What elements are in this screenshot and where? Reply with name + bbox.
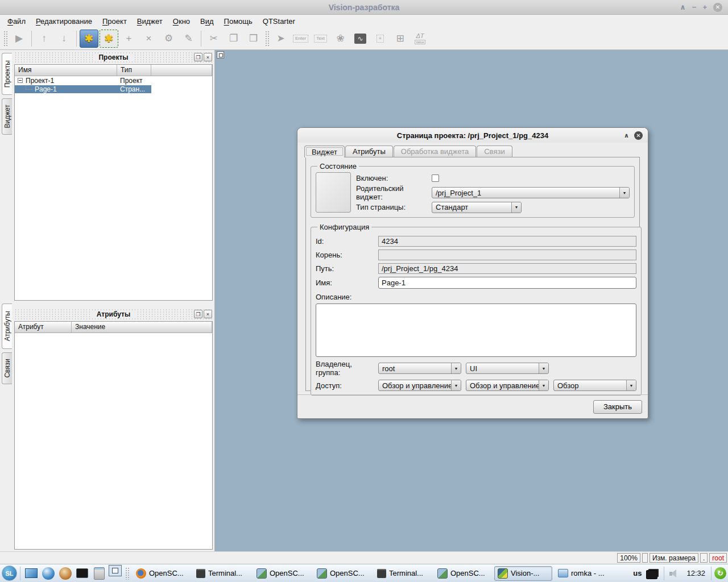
attributes-column-value[interactable]: Значение bbox=[72, 322, 212, 332]
owner-combobox[interactable]: root ▼ bbox=[378, 363, 461, 374]
run-project-icon[interactable]: ▶ bbox=[10, 30, 28, 48]
statusbar: 100% Изм. размера . root bbox=[0, 551, 728, 564]
maximize-window-icon[interactable]: + bbox=[702, 3, 707, 11]
dock-tab-projects[interactable]: Проекты bbox=[2, 53, 12, 95]
terminal-launcher-launcher[interactable] bbox=[75, 566, 90, 581]
clock[interactable]: 12:32 bbox=[686, 569, 705, 577]
document-elements-icon[interactable]: ⊞ bbox=[391, 30, 410, 48]
new-widget-library-icon[interactable]: ✱ bbox=[100, 30, 118, 48]
cursor-tool-icon[interactable]: ➤ bbox=[271, 30, 290, 48]
show-desktop-launcher[interactable] bbox=[23, 566, 39, 581]
description-label: Описание: bbox=[316, 293, 636, 301]
taskbar-task[interactable]: Terminal... bbox=[193, 566, 251, 581]
form-elements-icon[interactable]: Enter bbox=[291, 30, 310, 48]
enabled-checkbox[interactable] bbox=[432, 174, 439, 182]
logout-icon[interactable]: ↻ bbox=[714, 567, 726, 579]
attributes-panel-titlebar[interactable]: Атрибуты ❐ × bbox=[14, 309, 213, 319]
menu-file[interactable]: Файл bbox=[2, 16, 31, 27]
group-combobox[interactable]: UI ▼ bbox=[466, 363, 549, 374]
window-titlebar[interactable]: Vision-разработка ∧ − + ✕ bbox=[0, 0, 728, 15]
diagram-elements-icon[interactable]: ∿ bbox=[351, 30, 370, 48]
dock-splitter[interactable] bbox=[13, 302, 214, 307]
projects-panel-titlebar[interactable]: Проекты ❐ × bbox=[14, 52, 213, 63]
attributes-column-attribute[interactable]: Атрибут bbox=[15, 322, 72, 332]
minimize-window-icon[interactable]: − bbox=[692, 3, 697, 11]
mail-client-launcher[interactable] bbox=[57, 566, 73, 581]
dock-tab-attributes[interactable]: Атрибуты bbox=[2, 304, 12, 349]
attributes-panel: Атрибуты ❐ × Атрибут Значение bbox=[13, 307, 214, 551]
tree-row[interactable]: Page-1Стран... bbox=[15, 85, 212, 93]
menu-project[interactable]: Проект bbox=[97, 16, 132, 27]
edit-widget-icon[interactable]: ✎ bbox=[179, 30, 198, 48]
taskbar-task[interactable]: Terminal... bbox=[374, 566, 432, 581]
access-other-combobox[interactable]: Обзор ▼ bbox=[553, 380, 636, 391]
keyboard-layout-indicator[interactable]: us bbox=[633, 569, 642, 577]
taskbar-task[interactable]: Vision-... bbox=[494, 566, 552, 581]
parent-widget-combobox[interactable]: /prj_Project_1 ▼ bbox=[432, 187, 630, 198]
volume-icon[interactable] bbox=[669, 569, 680, 578]
root-field[interactable] bbox=[378, 250, 636, 260]
page-properties-dialog: Страница проекта: /prj_Project_1/pg_4234… bbox=[297, 127, 648, 419]
start-menu-button[interactable]: SL bbox=[2, 566, 17, 581]
close-button[interactable]: Закрыть bbox=[593, 400, 642, 414]
close-panel-icon[interactable]: × bbox=[204, 310, 212, 318]
web-browser-launcher[interactable] bbox=[40, 566, 56, 581]
cut-icon[interactable]: ✂ bbox=[204, 30, 223, 48]
close-panel-icon[interactable]: × bbox=[204, 53, 212, 61]
delete-widget-icon[interactable]: × bbox=[139, 30, 158, 48]
copy-icon[interactable]: ❐ bbox=[224, 30, 243, 48]
name-field[interactable] bbox=[378, 277, 636, 289]
menu-qtstarter[interactable]: QTStarter bbox=[258, 16, 300, 27]
tree-row[interactable]: Проект-1Проект bbox=[15, 76, 212, 85]
save-to-db-icon[interactable]: ↓ bbox=[55, 30, 73, 48]
dock-tab-widget[interactable]: Виджет bbox=[2, 98, 12, 135]
dialog-tab-атрибуты[interactable]: Атрибуты bbox=[345, 146, 393, 157]
float-panel-icon[interactable]: ❐ bbox=[194, 53, 202, 61]
media-elements-icon[interactable]: ❀ bbox=[331, 30, 350, 48]
id-field[interactable] bbox=[378, 236, 636, 247]
menu-edit[interactable]: Редактирование bbox=[31, 16, 97, 27]
add-widget-icon[interactable]: + bbox=[119, 30, 138, 48]
close-window-icon[interactable]: ✕ bbox=[713, 3, 722, 12]
name-label: Имя: bbox=[316, 278, 378, 287]
menu-view[interactable]: Вид bbox=[195, 16, 219, 27]
path-field[interactable] bbox=[378, 263, 636, 274]
taskbar-task[interactable]: OpenSC... bbox=[434, 566, 492, 581]
file-manager-launcher[interactable] bbox=[92, 566, 107, 581]
computer-icon bbox=[94, 567, 105, 580]
menu-widget[interactable]: Виджет bbox=[132, 16, 168, 27]
taskbar-task[interactable]: OpenSC... bbox=[253, 566, 311, 581]
close-dialog-icon[interactable]: ✕ bbox=[634, 131, 643, 140]
path-label: Путь: bbox=[316, 264, 378, 273]
access-group-combobox[interactable]: Обзор и управление ▼ bbox=[466, 380, 549, 391]
float-panel-icon[interactable]: ❐ bbox=[194, 310, 202, 318]
new-project-icon[interactable]: ✱ bbox=[80, 30, 98, 48]
access-user-combobox[interactable]: Обзор и управление ▼ bbox=[378, 380, 461, 391]
description-textarea[interactable] bbox=[316, 304, 636, 357]
dialog-titlebar[interactable]: Страница проекта: /prj_Project_1/pg_4234… bbox=[297, 128, 648, 143]
protocol-elements-icon[interactable]: ≡ bbox=[371, 30, 390, 48]
paste-icon[interactable]: ❒ bbox=[244, 30, 263, 48]
menu-window[interactable]: Окно bbox=[168, 16, 195, 27]
taskbar-task[interactable]: romka - ... bbox=[555, 566, 613, 581]
load-from-db-icon[interactable]: ↑ bbox=[35, 30, 53, 48]
config-group-title: Конфигурация bbox=[317, 223, 371, 231]
tree-expander-icon[interactable] bbox=[18, 78, 23, 83]
dock-tab-links[interactable]: Связи bbox=[2, 352, 12, 384]
taskbar-task[interactable]: OpenSC... bbox=[313, 566, 371, 581]
taskbar-task[interactable]: OpenSC... bbox=[133, 566, 191, 581]
workspace-pager[interactable] bbox=[109, 565, 122, 576]
shade-dialog-icon[interactable]: ∧ bbox=[624, 132, 629, 139]
projects-panel-title: Проекты bbox=[93, 53, 134, 61]
shade-window-icon[interactable]: ∧ bbox=[680, 3, 686, 11]
menu-help[interactable]: Помощь bbox=[219, 16, 258, 27]
dialog-tab-виджет[interactable]: Виджет bbox=[304, 146, 345, 157]
projects-column-name[interactable]: Имя bbox=[15, 65, 117, 76]
page-type-combobox[interactable]: Стандарт ▼ bbox=[432, 202, 522, 213]
page-preview-button[interactable] bbox=[316, 172, 351, 213]
projects-column-type[interactable]: Тип bbox=[117, 65, 151, 76]
display-settings-icon[interactable] bbox=[646, 570, 657, 579]
text-elements-icon[interactable]: Text bbox=[311, 30, 330, 48]
widget-properties-icon[interactable]: ⚙ bbox=[159, 30, 178, 48]
function-elements-icon[interactable]: ΔTValue bbox=[411, 30, 429, 48]
